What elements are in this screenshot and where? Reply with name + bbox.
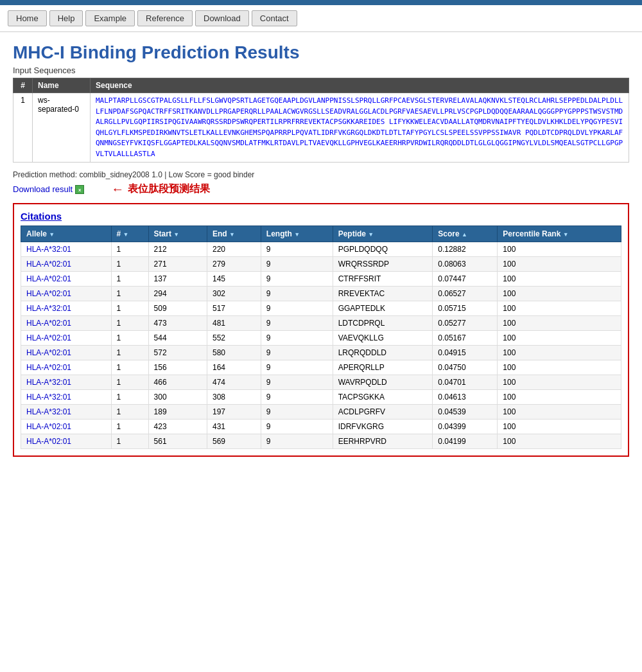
cell-start: 294 (148, 287, 207, 301)
cell-end: 431 (207, 420, 261, 434)
col-length: Length ▼ (261, 226, 333, 242)
cell-score: 0.04915 (433, 346, 498, 360)
cell-start: 137 (148, 272, 207, 287)
cell-allele[interactable]: HLA-A*32:01 (21, 405, 112, 420)
cell-start: 189 (148, 405, 207, 420)
cell-end: 164 (207, 360, 261, 375)
cell-allele[interactable]: HLA-A*02:01 (21, 287, 112, 301)
cell-length: 9 (261, 390, 333, 405)
cell-allele[interactable]: HLA-A*02:01 (21, 434, 112, 449)
cell-end: 517 (207, 301, 261, 316)
cell-allele[interactable]: HLA-A*02:01 (21, 360, 112, 375)
cell-peptide: PGPLDQDQQ (333, 242, 433, 257)
cell-peptide: GGAPTEDLK (333, 301, 433, 316)
cell-rank: 100 (498, 316, 621, 331)
cell-score: 0.04399 (433, 420, 498, 434)
nav-reference[interactable]: Reference (137, 10, 193, 26)
cell-start: 509 (148, 301, 207, 316)
cell-length: 9 (261, 434, 333, 449)
cell-start: 212 (148, 242, 207, 257)
cell-rank: 100 (498, 420, 621, 434)
cell-peptide: IDRFVKGRG (333, 420, 433, 434)
cell-rank: 100 (498, 360, 621, 375)
col-start: Start ▼ (148, 226, 207, 242)
results-table: Allele ▼ # ▼ Start ▼ End ▼ Length ▼ Pept… (21, 225, 621, 449)
col-rank: Percentile Rank ▼ (498, 226, 621, 242)
cell-allele[interactable]: HLA-A*32:01 (21, 375, 112, 390)
nav-download[interactable]: Download (195, 10, 249, 26)
nav-help[interactable]: Help (49, 10, 83, 26)
cell-score: 0.04701 (433, 375, 498, 390)
cell-length: 9 (261, 420, 333, 434)
cell-rank: 100 (498, 272, 621, 287)
cell-allele[interactable]: HLA-A*32:01 (21, 301, 112, 316)
cell-start: 466 (148, 375, 207, 390)
cell-end: 145 (207, 272, 261, 287)
cell-score: 0.05277 (433, 316, 498, 331)
cell-score: 0.05167 (433, 331, 498, 346)
nav-example[interactable]: Example (85, 10, 135, 26)
cell-end: 220 (207, 242, 261, 257)
xls-icon: x (75, 185, 84, 194)
cell-length: 9 (261, 316, 333, 331)
cell-start: 300 (148, 390, 207, 405)
cell-rank: 100 (498, 331, 621, 346)
cell-start: 572 (148, 346, 207, 360)
cell-allele[interactable]: HLA-A*02:01 (21, 316, 112, 331)
cell-num: 1 (111, 301, 148, 316)
table-row: HLA-A*02:0115725809LRQRQDDLD0.04915100 (21, 346, 621, 360)
cell-allele[interactable]: HLA-A*02:01 (21, 420, 112, 434)
cell-start: 544 (148, 331, 207, 346)
nav-home[interactable]: Home (8, 10, 47, 26)
cell-start: 561 (148, 434, 207, 449)
cell-length: 9 (261, 360, 333, 375)
cell-peptide: ACDLPGRFV (333, 405, 433, 420)
nav-contact[interactable]: Contact (252, 10, 297, 26)
cell-end: 552 (207, 331, 261, 346)
cell-start: 156 (148, 360, 207, 375)
cell-peptide: LRQRQDDLD (333, 346, 433, 360)
cell-allele[interactable]: HLA-A*02:01 (21, 346, 112, 360)
nav-bar: Home Help Example Reference Download Con… (0, 5, 642, 32)
table-row: HLA-A*02:0114734819LDTCDPRQL0.05277100 (21, 316, 621, 331)
cell-start: 271 (148, 257, 207, 272)
cell-length: 9 (261, 375, 333, 390)
cell-peptide: EERHRPVRD (333, 434, 433, 449)
results-box: Citations Allele ▼ # ▼ Start ▼ End ▼ Len… (13, 203, 629, 457)
cell-rank: 100 (498, 434, 621, 449)
col-header-num: # (13, 78, 33, 93)
cell-num: 1 (111, 434, 148, 449)
main-content: MHC-I Binding Prediction Results Input S… (0, 32, 642, 467)
cell-length: 9 (261, 272, 333, 287)
cell-peptide: TACPSGKKA (333, 390, 433, 405)
cell-length: 9 (261, 287, 333, 301)
cell-peptide: WRQRSSRDP (333, 257, 433, 272)
cell-score: 0.07447 (433, 272, 498, 287)
input-row-sequence: MALPTARPLLGSCGTPALGSLLFLLFSLGWVQPSRTLAGE… (91, 93, 629, 163)
citations-title[interactable]: Citations (21, 211, 621, 222)
page-title: MHC-I Binding Prediction Results (13, 42, 629, 63)
cell-num: 1 (111, 346, 148, 360)
table-row: HLA-A*32:0115095179GGAPTEDLK0.05715100 (21, 301, 621, 316)
cell-length: 9 (261, 331, 333, 346)
cell-allele[interactable]: HLA-A*02:01 (21, 331, 112, 346)
cell-rank: 100 (498, 390, 621, 405)
cell-allele[interactable]: HLA-A*02:01 (21, 272, 112, 287)
cell-allele[interactable]: HLA-A*32:01 (21, 242, 112, 257)
cell-rank: 100 (498, 242, 621, 257)
cell-allele[interactable]: HLA-A*02:01 (21, 257, 112, 272)
cell-rank: 100 (498, 257, 621, 272)
table-row: HLA-A*02:0111371459CTRFFSRIT0.07447100 (21, 272, 621, 287)
cell-end: 279 (207, 257, 261, 272)
cell-num: 1 (111, 257, 148, 272)
cell-length: 9 (261, 346, 333, 360)
cell-end: 569 (207, 434, 261, 449)
cell-allele[interactable]: HLA-A*32:01 (21, 390, 112, 405)
table-row: HLA-A*02:0111561649APERQRLLP0.04750100 (21, 360, 621, 375)
cell-num: 1 (111, 331, 148, 346)
table-row: HLA-A*32:0113003089TACPSGKKA0.04613100 (21, 390, 621, 405)
table-row: HLA-A*02:0115445529VAEVQKLLG0.05167100 (21, 331, 621, 346)
download-result-link[interactable]: Download result x (13, 184, 84, 194)
cell-length: 9 (261, 301, 333, 316)
cell-score: 0.04539 (433, 405, 498, 420)
